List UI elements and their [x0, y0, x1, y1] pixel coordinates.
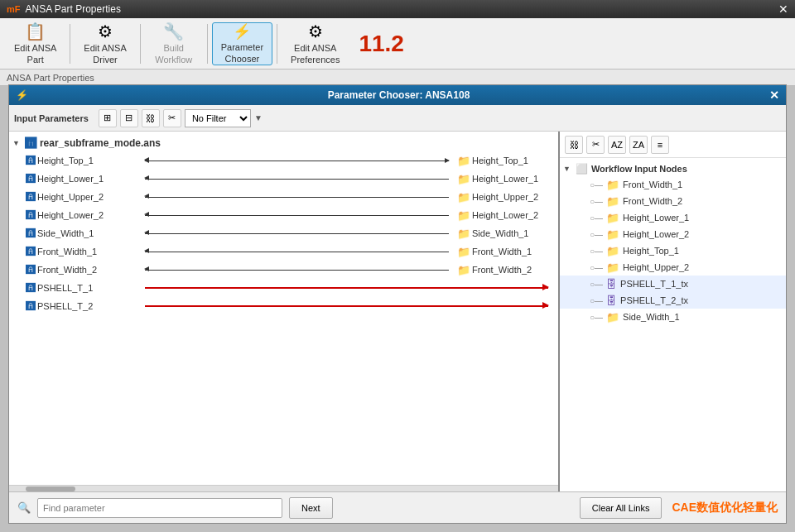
left-tree-area[interactable]: ▼ 🅰 rear_subframe_mode.ans 🅰 Height_Top_…: [9, 132, 558, 485]
right-root-label: Workflow Input Nodes: [591, 164, 687, 174]
dialog-title-icon: ⚡: [16, 89, 28, 101]
dialog-body: ▼ 🅰 rear_subframe_mode.ans 🅰 Height_Top_…: [9, 132, 786, 491]
right-item-front-width-1[interactable]: ○— 📁 Front_Width_1: [560, 176, 786, 193]
tree-item-height-lower-2[interactable]: 🅰 Height_Lower_2 📁 Height_Lower_2: [9, 206, 558, 224]
folder-icon-rhl1: 📁: [606, 212, 619, 224]
edit-part-label: Edit ANSAPart: [14, 43, 56, 65]
preferences-label: Edit ANSAPreferences: [291, 43, 340, 65]
right-label-hu2: Height_Upper_2: [623, 262, 689, 272]
node-icon-rhl1: ○—: [590, 213, 603, 223]
param-icon-ps2: 🅰: [26, 300, 36, 312]
toolbar-icon-link[interactable]: ⛓: [142, 109, 160, 127]
edit-ansa-part-button[interactable]: 📋 Edit ANSAPart: [5, 22, 65, 65]
workflow-icon: ⬜: [576, 163, 588, 175]
filter-dropdown-arrow: ▼: [254, 113, 263, 122]
right-label-fw2: Front_Width_2: [623, 196, 682, 206]
build-workflow-button[interactable]: 🔧 BuildWorkflow: [145, 22, 203, 65]
toolbar-icon-1[interactable]: ⊞: [99, 109, 117, 127]
param-icon-hl1: 🅰: [26, 173, 36, 185]
right-label-fw1: Front_Width_1: [623, 180, 682, 189]
right-label-hl2: Height_Lower_2: [623, 229, 689, 239]
find-parameter-input[interactable]: [37, 498, 282, 518]
watermark-text: CAE数值优化轻量化: [672, 501, 778, 515]
target-icon-fw1: 📁: [457, 246, 470, 258]
edit-ansa-preferences-button[interactable]: ⚙ Edit ANSAPreferences: [282, 22, 349, 65]
target-icon-ht1: 📁: [457, 155, 470, 167]
toolbar-sep-1: [70, 24, 70, 64]
scrollbar-thumb[interactable]: [26, 486, 75, 491]
item-name-fw2: Front_Width_2: [37, 265, 137, 275]
dialog-close-button[interactable]: ✕: [769, 89, 779, 102]
right-label-hl1: Height_Lower_1: [623, 213, 689, 223]
app-logo: mF: [7, 4, 21, 14]
param-icon-fw1: 🅰: [26, 246, 36, 257]
folder-icon-rhl2: 📁: [606, 228, 619, 241]
main-toolbar: 📋 Edit ANSAPart ⚙ Edit ANSADriver 🔧 Buil…: [0, 18, 795, 69]
target-icon-sw1: 📁: [457, 228, 470, 240]
item-name-hu2: Height_Upper_2: [37, 192, 137, 202]
target-name-fw2: Front_Width_2: [472, 265, 555, 275]
preferences-icon: ⚙: [308, 22, 323, 41]
filter-dropdown[interactable]: No Filter: [185, 109, 251, 127]
tree-item-side-width-1[interactable]: 🅰 Side_Width_1 📁 Side_Width_1: [9, 224, 558, 242]
arrow-hl1: [145, 179, 449, 180]
tree-item-height-upper-2[interactable]: 🅰 Height_Upper_2 📁 Height_Upper_2: [9, 188, 558, 206]
arrow-fw1: [145, 252, 449, 252]
node-icon-fw2: ○—: [590, 197, 603, 206]
right-tree-area[interactable]: ▼ ⬜ Workflow Input Nodes ○— 📁 Front_Widt…: [560, 158, 786, 491]
arrow-hl2: [145, 215, 449, 216]
node-icon-rps1: ○—: [590, 280, 603, 289]
edit-part-icon: 📋: [25, 22, 46, 41]
arrow-ht1: [145, 161, 449, 161]
arrow-ps2-red: [145, 305, 548, 307]
tree-item-pshell-t1[interactable]: 🅰 PSHELL_T_1: [9, 279, 558, 297]
next-button[interactable]: Next: [289, 497, 333, 519]
toolbar-icon-2[interactable]: ⊟: [120, 109, 138, 127]
right-label-sw1: Side_Width_1: [623, 312, 680, 322]
target-icon-hl1: 📁: [457, 173, 470, 185]
parameter-chooser-icon: ⚡: [233, 22, 251, 41]
right-item-side-width-1[interactable]: ○— 📁 Side_Width_1: [560, 309, 786, 325]
tree-item-height-top-1[interactable]: 🅰 Height_Top_1 📁 Height_Top_1: [9, 151, 558, 170]
node-icon-rps2: ○—: [590, 296, 603, 305]
bottom-bar: 🔍 Next Clear All Links CAE数值优化轻量化: [9, 491, 786, 523]
tree-item-height-lower-1[interactable]: 🅰 Height_Lower_1 📁 Height_Lower_1: [9, 170, 558, 188]
right-toolbar: ⛓ ✂ AZ ZA ≡: [560, 132, 786, 158]
clear-all-links-button[interactable]: Clear All Links: [580, 497, 662, 519]
param-icon-sw1: 🅰: [26, 228, 36, 239]
toolbar-icon-unlink[interactable]: ✂: [163, 109, 181, 127]
right-toolbar-more[interactable]: ≡: [651, 136, 669, 154]
right-item-height-top-1[interactable]: ○— 📁 Height_Top_1: [560, 242, 786, 259]
input-params-label: Input Parameters: [14, 113, 89, 123]
left-scrollbar[interactable]: [9, 485, 558, 491]
right-item-height-lower-1[interactable]: ○— 📁 Height_Lower_1: [560, 209, 786, 226]
right-item-front-width-2[interactable]: ○— 📁 Front_Width_2: [560, 193, 786, 209]
ansa-icon: 🅰: [25, 137, 36, 150]
folder-icon-rhu2: 📁: [606, 261, 619, 274]
item-name-fw1: Front_Width_1: [37, 247, 137, 256]
root-expand-icon[interactable]: ▼: [12, 139, 20, 147]
right-item-pshell-t1-tx[interactable]: ○— 🗄 PSHELL_T_1_tx: [560, 276, 786, 292]
build-workflow-label: BuildWorkflow: [155, 43, 192, 65]
toolbar-sep-2: [140, 24, 141, 64]
right-toolbar-sort-za[interactable]: ZA: [629, 136, 648, 154]
right-tree-root: ▼ ⬜ Workflow Input Nodes: [560, 161, 786, 176]
tree-item-front-width-1[interactable]: 🅰 Front_Width_1 📁 Front_Width_1: [9, 242, 558, 261]
version-badge: 11.2: [359, 31, 404, 57]
right-toolbar-unlink-icon[interactable]: ✂: [586, 136, 605, 154]
right-item-height-upper-2[interactable]: ○— 📁 Height_Upper_2: [560, 259, 786, 276]
title-bar-close-button[interactable]: ✕: [778, 2, 788, 16]
right-toolbar-link-icon[interactable]: ⛓: [565, 136, 583, 154]
right-toolbar-sort-az[interactable]: AZ: [608, 136, 626, 154]
item-name-hl2: Height_Lower_2: [37, 210, 137, 220]
tree-item-front-width-2[interactable]: 🅰 Front_Width_2 📁 Front_Width_2: [9, 261, 558, 279]
right-item-pshell-t2-tx[interactable]: ○— 🗄 PSHELL_T_2_tx: [560, 292, 786, 309]
right-item-height-lower-2[interactable]: ○— 📁 Height_Lower_2: [560, 226, 786, 242]
node-icon-rhl2: ○—: [590, 230, 603, 239]
arrow-ps1-red: [145, 287, 548, 289]
target-name-hl2: Height_Lower_2: [472, 210, 555, 220]
tree-item-pshell-t2[interactable]: 🅰 PSHELL_T_2: [9, 297, 558, 315]
parameter-chooser-button[interactable]: ⚡ ParameterChooser: [212, 22, 272, 65]
edit-ansa-driver-button[interactable]: ⚙ Edit ANSADriver: [75, 22, 135, 65]
right-root-expand[interactable]: ▼: [563, 165, 571, 173]
